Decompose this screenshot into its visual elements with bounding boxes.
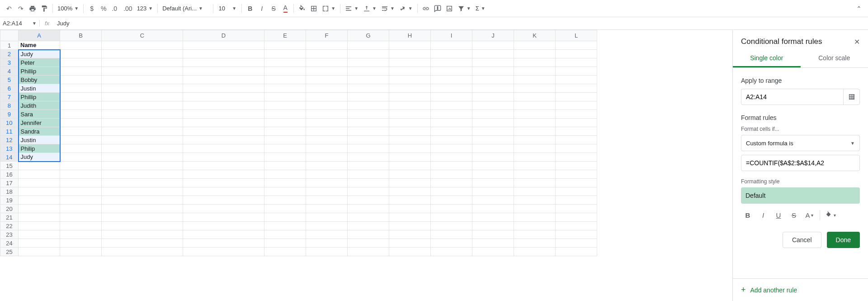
cell[interactable] <box>19 162 60 170</box>
cell[interactable] <box>60 58 102 67</box>
cell[interactable] <box>183 76 264 84</box>
close-icon[interactable]: ✕ <box>854 38 860 46</box>
column-header[interactable]: E <box>264 30 306 41</box>
cell[interactable] <box>102 213 183 222</box>
cell[interactable] <box>431 196 472 205</box>
cell[interactable]: Sara <box>19 110 60 119</box>
cell[interactable] <box>556 239 597 248</box>
cell[interactable] <box>556 58 597 67</box>
cell[interactable] <box>389 222 431 230</box>
style-preview[interactable]: Default <box>741 187 860 204</box>
column-header[interactable]: G <box>348 30 389 41</box>
cell[interactable] <box>389 93 431 101</box>
cell[interactable] <box>472 239 514 248</box>
cell[interactable] <box>348 213 389 222</box>
cell[interactable] <box>472 119 514 127</box>
row-header[interactable]: 8 <box>0 101 19 110</box>
cell[interactable] <box>556 41 597 50</box>
cell[interactable] <box>264 153 306 162</box>
cell[interactable] <box>264 162 306 170</box>
cell[interactable] <box>514 170 556 179</box>
cell[interactable] <box>264 222 306 230</box>
cell[interactable] <box>431 41 472 50</box>
cell[interactable] <box>306 127 348 136</box>
cell[interactable] <box>514 187 556 196</box>
column-header[interactable]: L <box>556 30 597 41</box>
cell[interactable] <box>431 205 472 213</box>
range-input[interactable] <box>741 93 843 100</box>
row-header[interactable]: 2 <box>0 50 19 58</box>
cell[interactable] <box>431 230 472 239</box>
cell[interactable] <box>431 58 472 67</box>
cell[interactable] <box>348 58 389 67</box>
tab-color-scale[interactable]: Color scale <box>801 50 868 67</box>
insert-link-icon[interactable] <box>420 3 431 14</box>
cell[interactable] <box>264 110 306 119</box>
cell[interactable] <box>183 230 264 239</box>
insert-chart-icon[interactable] <box>444 3 455 14</box>
cell[interactable] <box>102 205 183 213</box>
cell[interactable] <box>556 170 597 179</box>
cell[interactable] <box>389 162 431 170</box>
cell[interactable] <box>348 136 389 144</box>
cell[interactable] <box>514 110 556 119</box>
cell[interactable] <box>306 76 348 84</box>
cell[interactable] <box>183 127 264 136</box>
row-header[interactable]: 20 <box>0 205 19 213</box>
cell[interactable] <box>431 179 472 187</box>
cell[interactable] <box>264 76 306 84</box>
cell[interactable] <box>19 213 60 222</box>
cell[interactable] <box>306 170 348 179</box>
cell[interactable] <box>264 205 306 213</box>
currency-icon[interactable]: $ <box>86 3 97 14</box>
cell[interactable] <box>60 67 102 76</box>
cell[interactable] <box>306 84 348 93</box>
cell[interactable] <box>306 58 348 67</box>
cell[interactable] <box>431 110 472 119</box>
cell[interactable] <box>556 144 597 153</box>
cell[interactable] <box>389 196 431 205</box>
cell[interactable] <box>348 187 389 196</box>
cell[interactable] <box>183 50 264 58</box>
cell[interactable] <box>514 179 556 187</box>
cell[interactable] <box>514 58 556 67</box>
cell[interactable] <box>183 213 264 222</box>
cell[interactable] <box>102 222 183 230</box>
cell[interactable] <box>556 205 597 213</box>
cell[interactable]: Phillip <box>19 93 60 101</box>
cell[interactable] <box>102 136 183 144</box>
cell[interactable] <box>514 136 556 144</box>
cell[interactable] <box>348 205 389 213</box>
cell[interactable] <box>514 41 556 50</box>
cell[interactable] <box>183 239 264 248</box>
column-header[interactable]: B <box>60 30 102 41</box>
cell[interactable] <box>431 162 472 170</box>
cell[interactable] <box>183 187 264 196</box>
redo-icon[interactable]: ↷ <box>15 3 26 14</box>
cell[interactable] <box>472 41 514 50</box>
fill-color-style-icon[interactable]: ▾ <box>824 208 837 222</box>
column-header[interactable]: K <box>514 30 556 41</box>
cell[interactable] <box>389 179 431 187</box>
row-header[interactable]: 16 <box>0 170 19 179</box>
row-header[interactable]: 21 <box>0 213 19 222</box>
cell[interactable] <box>306 205 348 213</box>
cell[interactable] <box>19 248 60 256</box>
cell[interactable] <box>183 58 264 67</box>
cell[interactable] <box>102 58 183 67</box>
cell[interactable] <box>472 110 514 119</box>
column-header[interactable]: H <box>389 30 431 41</box>
cell[interactable] <box>19 239 60 248</box>
cell[interactable] <box>306 248 348 256</box>
row-header[interactable]: 24 <box>0 239 19 248</box>
cell[interactable] <box>431 119 472 127</box>
cell[interactable] <box>556 196 597 205</box>
cell[interactable] <box>389 41 431 50</box>
cell[interactable] <box>60 213 102 222</box>
cell[interactable] <box>102 84 183 93</box>
cell[interactable] <box>514 230 556 239</box>
cell[interactable] <box>60 41 102 50</box>
row-header[interactable]: 6 <box>0 84 19 93</box>
cell[interactable] <box>556 136 597 144</box>
cell[interactable] <box>348 162 389 170</box>
